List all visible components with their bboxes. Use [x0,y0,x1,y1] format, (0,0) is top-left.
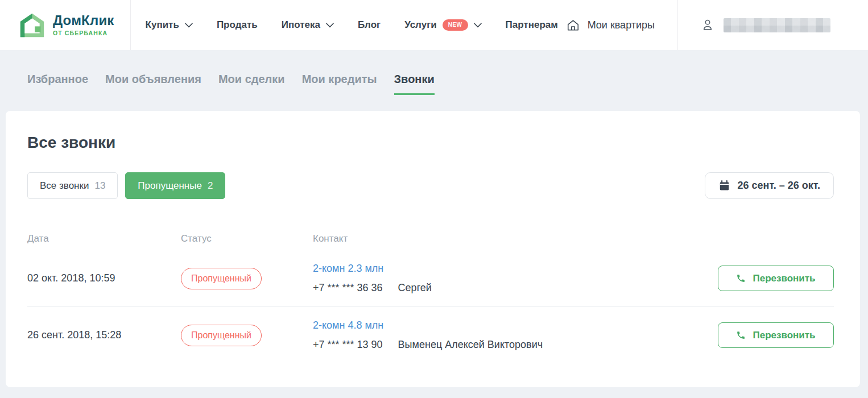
phone-icon [736,330,746,340]
user-profile[interactable] [677,0,868,50]
nav-label: Продать [217,19,258,31]
page-title: Все звонки [27,134,834,152]
column-status: Статус [181,233,313,244]
nav-label: Услуги [404,19,437,31]
phone-number: +7 *** *** 36 36 [313,282,383,294]
phone-line: +7 *** *** 13 90 Выменец Алексей Викторо… [313,339,718,351]
filter-all-calls[interactable]: Все звонки 13 [27,172,118,199]
status-badge: Пропущенный [181,268,262,289]
main-nav: Купить Продать Ипотека Блог Услуги NEW П… [131,0,558,50]
column-date: Дата [27,233,181,244]
filter-label: Все звонки [40,180,89,192]
filter-row: Все звонки 13 Пропущенные 2 26 сент. – 2… [27,172,834,199]
nav-item-sell[interactable]: Продать [217,19,258,31]
tab-favorites[interactable]: Избранное [27,73,88,95]
caller-name: Выменец Алексей Викторович [398,339,543,351]
phone-number: +7 *** *** 13 90 [313,339,383,351]
user-name-redacted [724,18,830,32]
tab-calls[interactable]: Звонки [394,73,435,95]
chevron-down-icon [185,23,193,28]
contact-cell: 2-комн 2.3 млн +7 *** *** 36 36 Сергей [313,263,718,294]
call-date: 02 окт. 2018, 10:59 [27,272,181,284]
my-apartments-label: Мои квартиры [588,19,655,31]
my-apartments-link[interactable]: Мои квартиры [566,0,677,50]
nav-label: Блог [358,19,381,31]
filter-missed-calls[interactable]: Пропущенные 2 [125,172,225,199]
calls-card: Все звонки Все звонки 13 Пропущенные 2 2… [6,111,860,387]
logo-subtitle: ОТ СБЕРБАНКА [53,30,114,36]
callback-label: Перезвонить [753,330,815,341]
top-header: ДомКлик ОТ СБЕРБАНКА Купить Продать Ипот… [0,0,868,50]
callback-button[interactable]: Перезвонить [718,322,834,348]
tab-my-listings[interactable]: Мои объявления [105,73,201,95]
table-header: Дата Статус Контакт [27,233,834,244]
column-contact: Контакт [313,233,718,244]
nav-item-blog[interactable]: Блог [358,19,381,31]
new-badge: NEW [443,19,468,31]
date-range-label: 26 сент. – 26 окт. [738,180,820,192]
logo-title: ДомКлик [53,14,114,27]
tab-my-loans[interactable]: Мои кредиты [302,73,377,95]
caller-name: Сергей [398,282,432,294]
call-date: 26 сент. 2018, 15:28 [27,329,181,341]
filter-label: Пропущенные [138,180,202,192]
domclick-house-icon [19,12,46,39]
phone-line: +7 *** *** 36 36 Сергей [313,282,718,294]
tab-my-deals[interactable]: Мои сделки [218,73,285,95]
user-icon [700,18,715,32]
nav-label: Партнерам [506,19,558,31]
account-tabs: Избранное Мои объявления Мои сделки Мои … [0,50,868,95]
date-range-picker[interactable]: 26 сент. – 26 окт. [705,172,834,199]
call-row: 26 сент. 2018, 15:28 Пропущенный 2-комн … [27,306,834,363]
call-row: 02 окт. 2018, 10:59 Пропущенный 2-комн 2… [27,250,834,306]
nav-label: Ипотека [282,19,320,31]
callback-label: Перезвонить [753,273,815,284]
phone-icon [736,273,746,283]
contact-cell: 2-комн 4.8 млн +7 *** *** 13 90 Выменец … [313,320,718,351]
listing-link[interactable]: 2-комн 2.3 млн [313,263,383,275]
callback-button[interactable]: Перезвонить [718,266,834,291]
header-right: Мои квартиры [566,0,868,50]
status-badge: Пропущенный [181,325,262,346]
domclick-logo[interactable]: ДомКлик ОТ СБЕРБАНКА [0,0,131,50]
nav-label: Купить [146,19,179,31]
nav-item-buy[interactable]: Купить [146,19,193,31]
home-icon [566,18,580,32]
calls-table: Дата Статус Контакт 02 окт. 2018, 10:59 … [27,233,834,363]
listing-link[interactable]: 2-комн 4.8 млн [313,320,383,331]
nav-item-partners[interactable]: Партнерам [506,19,558,31]
chevron-down-icon [474,23,482,28]
nav-item-mortgage[interactable]: Ипотека [282,19,334,31]
nav-item-services[interactable]: Услуги NEW [404,19,481,31]
chevron-down-icon [326,23,334,28]
filter-count: 2 [208,180,213,192]
calendar-icon [718,180,730,192]
filter-count: 13 [94,180,105,192]
